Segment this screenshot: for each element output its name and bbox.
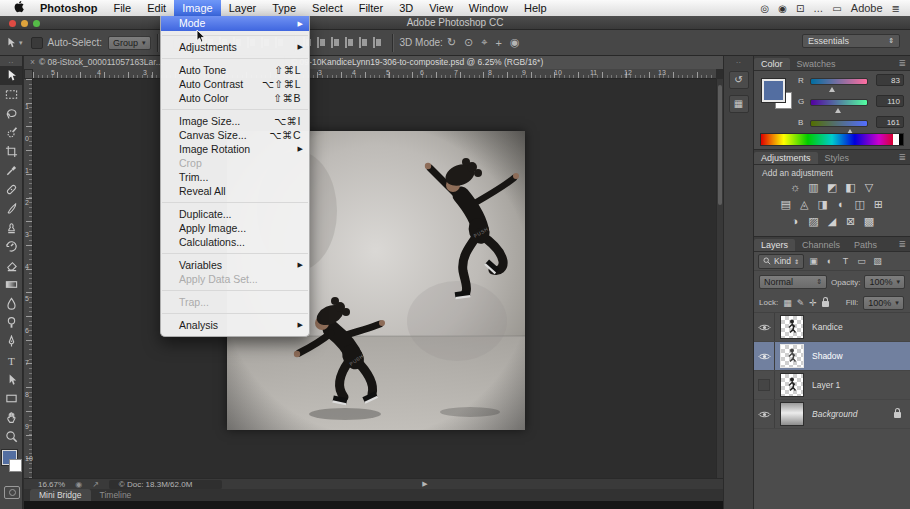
3d-camera-icon[interactable]: ◉ bbox=[510, 36, 520, 49]
zoom-tool[interactable] bbox=[0, 427, 22, 446]
red-slider-thumb[interactable] bbox=[829, 84, 835, 92]
menu-photoshop[interactable]: Photoshop bbox=[32, 0, 105, 16]
menu-item-apply-image[interactable]: Apply Image... bbox=[161, 221, 309, 235]
green-slider-thumb[interactable] bbox=[835, 105, 841, 113]
posterize-icon[interactable]: ▨ bbox=[805, 213, 821, 229]
scrub-zoom-icon[interactable]: ◉ bbox=[75, 480, 82, 489]
lock-paint-icon[interactable]: ✎ bbox=[797, 298, 805, 308]
close-tab-icon[interactable]: × bbox=[30, 57, 35, 67]
layer-row-shadow[interactable]: Shadow bbox=[754, 342, 910, 371]
red-value-field[interactable]: 83 bbox=[876, 74, 904, 86]
color-spectrum-ramp[interactable] bbox=[760, 133, 904, 146]
layer-row-kandice[interactable]: Kandice bbox=[754, 313, 910, 342]
hand-tool[interactable] bbox=[0, 408, 22, 427]
menu-item-trim[interactable]: Trim... bbox=[161, 170, 309, 184]
exposure-icon[interactable]: ◧ bbox=[843, 179, 859, 195]
photo-filter-icon[interactable]: ◐ bbox=[833, 196, 849, 212]
tab-swatches[interactable]: Swatches bbox=[790, 58, 843, 70]
gradient-map-icon[interactable]: ▩ bbox=[861, 213, 877, 229]
marquee-tool[interactable] bbox=[0, 85, 22, 104]
green-value-field[interactable]: 110 bbox=[876, 95, 904, 107]
red-slider[interactable] bbox=[810, 78, 868, 85]
type-tool[interactable]: T bbox=[0, 351, 22, 370]
3d-roll-icon[interactable]: ⊙ bbox=[464, 36, 473, 49]
menu-item-variables[interactable]: Variables▶ bbox=[161, 258, 309, 272]
lock-position-icon[interactable]: ✛ bbox=[809, 298, 817, 308]
color-lookup-icon[interactable]: ⊞ bbox=[870, 196, 886, 212]
menu-filter[interactable]: Filter bbox=[351, 0, 391, 16]
adobe-menu-label[interactable]: Adobe bbox=[851, 2, 883, 14]
scrollbar-thumb[interactable] bbox=[718, 85, 722, 205]
panel-menu-icon[interactable]: ≣ bbox=[898, 239, 906, 249]
vertical-scrollbar[interactable] bbox=[716, 79, 723, 478]
document-size-info[interactable]: © Doc: 18.3M/62.0M bbox=[109, 480, 222, 489]
crop-tool[interactable] bbox=[0, 142, 22, 161]
menu-layer[interactable]: Layer bbox=[221, 0, 265, 16]
lasso-tool[interactable] bbox=[0, 104, 22, 123]
quick-select-tool[interactable] bbox=[0, 123, 22, 142]
menu-file[interactable]: File bbox=[105, 0, 139, 16]
tab-layers[interactable]: Layers bbox=[754, 239, 795, 251]
menu-list-icon[interactable]: ≣ bbox=[892, 3, 900, 14]
lock-all-icon[interactable] bbox=[822, 301, 829, 307]
panel-menu-icon[interactable]: ≣ bbox=[898, 152, 906, 162]
threshold-icon[interactable]: ◢ bbox=[824, 213, 840, 229]
menu-item-analysis[interactable]: Analysis▶ bbox=[161, 318, 309, 332]
menu-item-reveal-all[interactable]: Reveal All bbox=[161, 184, 309, 198]
black-white-icon[interactable]: ◨ bbox=[815, 196, 831, 212]
clone-stamp-tool[interactable] bbox=[0, 218, 22, 237]
filter-pixel-layers-icon[interactable]: ▣ bbox=[807, 256, 820, 266]
share-icon[interactable]: ↗ bbox=[92, 480, 99, 489]
layer-filter-kind-dropdown[interactable]: Kind⇕ bbox=[758, 254, 804, 269]
blue-value-field[interactable]: 161 bbox=[876, 116, 904, 128]
invert-icon[interactable]: ◑ bbox=[787, 213, 803, 229]
blend-mode-dropdown[interactable]: Normal⇕ bbox=[759, 275, 827, 289]
sphere-icon[interactable]: ◎ bbox=[760, 3, 769, 14]
selective-color-icon[interactable]: ⊠ bbox=[843, 213, 859, 229]
zoom-level-field[interactable]: 16.67% bbox=[38, 480, 65, 489]
canvas-area[interactable]: PUSH PUSH bbox=[33, 79, 716, 478]
menu-3d[interactable]: 3D bbox=[391, 0, 421, 16]
filter-shape-layers-icon[interactable]: ▭ bbox=[855, 256, 868, 266]
menu-item-auto-contrast[interactable]: Auto Contrast⌥⇧⌘L bbox=[161, 77, 309, 91]
screen-share-icon[interactable]: ⊡ bbox=[796, 3, 804, 14]
menu-item-auto-tone[interactable]: Auto Tone⇧⌘L bbox=[161, 63, 309, 77]
menu-type[interactable]: Type bbox=[264, 0, 304, 16]
distribute-right-icon[interactable] bbox=[373, 37, 385, 48]
visibility-toggle[interactable] bbox=[754, 371, 775, 399]
foreground-color-swatch-panel[interactable] bbox=[762, 79, 785, 102]
tab-timeline[interactable]: Timeline bbox=[91, 489, 141, 501]
menu-item-calculations[interactable]: Calculations... bbox=[161, 235, 309, 249]
distribute-left-icon[interactable] bbox=[345, 37, 357, 48]
layer-name[interactable]: Kandice bbox=[812, 322, 843, 332]
visibility-toggle[interactable] bbox=[754, 400, 775, 428]
layer-thumbnail[interactable] bbox=[780, 344, 804, 368]
more-icon[interactable]: … bbox=[813, 3, 823, 14]
distribute-bottom-icon[interactable] bbox=[331, 37, 343, 48]
layer-name[interactable]: Background bbox=[812, 409, 857, 419]
3d-slide-icon[interactable]: + bbox=[496, 37, 502, 49]
blue-slider[interactable] bbox=[810, 120, 868, 127]
menu-item-canvas-size[interactable]: Canvas Size...⌥⌘C bbox=[161, 128, 309, 142]
menu-item-duplicate[interactable]: Duplicate... bbox=[161, 207, 309, 221]
layer-name[interactable]: Shadow bbox=[812, 351, 843, 361]
visibility-toggle[interactable] bbox=[754, 313, 775, 341]
visibility-toggle[interactable] bbox=[754, 342, 775, 370]
menu-item-image-rotation[interactable]: Image Rotation▶ bbox=[161, 142, 309, 156]
tab-channels[interactable]: Channels bbox=[795, 239, 847, 251]
distribute-middle-icon[interactable] bbox=[317, 37, 329, 48]
filter-smart-objects-icon[interactable]: ▧ bbox=[871, 256, 884, 266]
layer-row-layer1[interactable]: Layer 1 bbox=[754, 371, 910, 400]
tab-mini-bridge[interactable]: Mini Bridge bbox=[30, 489, 91, 501]
document-tab-2[interactable]: © 09-10KandiceLynn19-306-to-composite.ps… bbox=[285, 56, 733, 69]
brightness-contrast-icon[interactable]: ☼ bbox=[787, 179, 803, 195]
color-balance-icon[interactable]: ◬ bbox=[796, 196, 812, 212]
eyedropper-tool[interactable] bbox=[0, 161, 22, 180]
dock-handle[interactable]: ‥ bbox=[724, 56, 753, 65]
levels-icon[interactable]: ▥ bbox=[805, 179, 821, 195]
channel-mixer-icon[interactable]: ◫ bbox=[852, 196, 868, 212]
panel-menu-icon[interactable]: ≣ bbox=[898, 58, 906, 68]
fill-field[interactable]: 100%▾ bbox=[863, 296, 904, 310]
background-color-swatch[interactable] bbox=[9, 459, 22, 472]
menu-view[interactable]: View bbox=[421, 0, 461, 16]
